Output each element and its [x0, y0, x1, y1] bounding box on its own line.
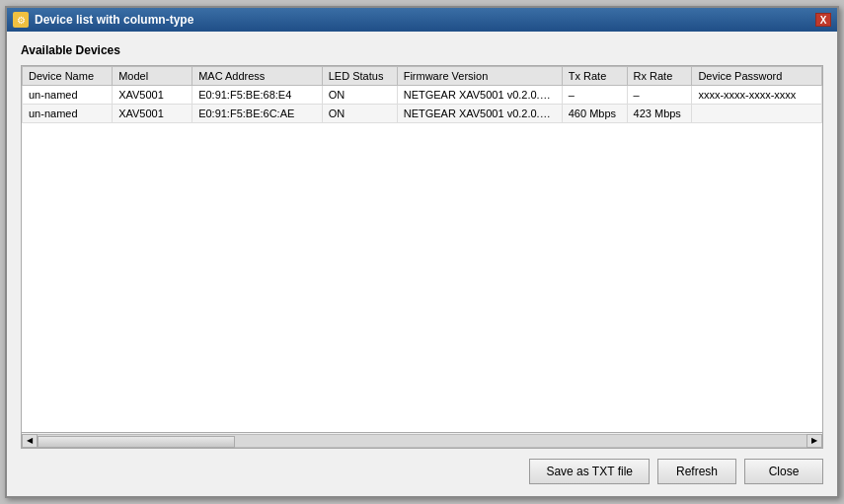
table-container: Device Name Model MAC Address LED Status…: [21, 65, 823, 449]
cell-rx_rate: 423 Mbps: [627, 105, 692, 123]
cell-firmware_version: NETGEAR XAV5001 v0.2.0.9NA: [397, 86, 562, 105]
devices-table: Device Name Model MAC Address LED Status…: [22, 66, 822, 123]
col-firmware-version: Firmware Version: [397, 67, 562, 86]
cell-tx_rate: –: [562, 86, 627, 105]
col-device-name: Device Name: [23, 67, 113, 86]
cell-rx_rate: –: [627, 86, 692, 105]
col-device-password: Device Password: [692, 67, 822, 86]
table-header-row: Device Name Model MAC Address LED Status…: [23, 67, 822, 86]
refresh-button[interactable]: Refresh: [657, 459, 736, 484]
app-icon: ⚙: [13, 12, 29, 28]
col-mac-address: MAC Address: [192, 67, 323, 86]
scroll-thumb[interactable]: [38, 436, 235, 448]
window-close-button[interactable]: X: [815, 13, 831, 27]
cell-device_password: [692, 105, 822, 123]
scrollbar-container: ◀ ▶: [22, 432, 822, 448]
cell-device_name: un-named: [23, 105, 113, 123]
col-model: Model: [113, 67, 192, 86]
col-tx-rate: Tx Rate: [562, 67, 627, 86]
cell-device_name: un-named: [23, 86, 113, 105]
cell-mac_address: E0:91:F5:BE:6C:AE: [192, 105, 323, 123]
title-bar: ⚙ Device list with column-type X: [7, 8, 837, 32]
cell-model: XAV5001: [113, 105, 192, 123]
cell-model: XAV5001: [113, 86, 192, 105]
title-bar-left: ⚙ Device list with column-type: [13, 12, 193, 28]
close-button[interactable]: Close: [744, 459, 823, 484]
scroll-track[interactable]: [38, 434, 806, 448]
cell-mac_address: E0:91:F5:BE:68:E4: [192, 86, 323, 105]
scroll-right-button[interactable]: ▶: [806, 434, 822, 448]
cell-firmware_version: NETGEAR XAV5001 v0.2.0.9NA: [397, 105, 562, 123]
footer: Save as TXT file Refresh Close: [21, 449, 823, 488]
col-led-status: LED Status: [322, 67, 397, 86]
dialog-body: Available Devices Device Name Model MAC …: [7, 32, 837, 496]
table-scroll-area[interactable]: Device Name Model MAC Address LED Status…: [22, 66, 822, 432]
table-row[interactable]: un-namedXAV5001E0:91:F5:BE:6C:AEONNETGEA…: [23, 105, 822, 123]
save-txt-button[interactable]: Save as TXT file: [529, 459, 650, 484]
cell-led_status: ON: [322, 86, 397, 105]
scroll-left-button[interactable]: ◀: [22, 434, 38, 448]
cell-tx_rate: 460 Mbps: [562, 105, 627, 123]
section-title: Available Devices: [21, 43, 823, 57]
cell-led_status: ON: [322, 105, 397, 123]
cell-device_password: xxxx-xxxx-xxxx-xxxx: [692, 86, 822, 105]
window-title: Device list with column-type: [35, 13, 193, 27]
col-rx-rate: Rx Rate: [627, 67, 692, 86]
table-body: un-namedXAV5001E0:91:F5:BE:68:E4ONNETGEA…: [23, 86, 822, 123]
dialog-window: ⚙ Device list with column-type X Availab…: [5, 6, 839, 498]
table-row[interactable]: un-namedXAV5001E0:91:F5:BE:68:E4ONNETGEA…: [23, 86, 822, 105]
